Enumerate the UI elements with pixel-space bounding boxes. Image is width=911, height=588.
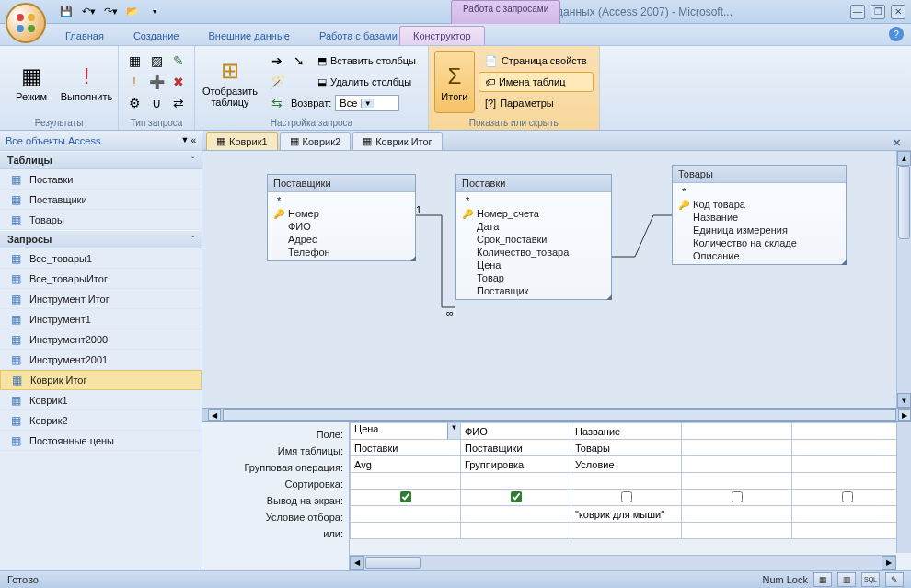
- scroll-right-icon[interactable]: ▶: [882, 556, 896, 570]
- grid-vscroll[interactable]: [896, 422, 911, 553]
- crosstab-query-icon[interactable]: ▨: [146, 51, 167, 71]
- undo-icon[interactable]: ↶▾: [79, 3, 98, 21]
- tab-design[interactable]: Конструктор: [399, 26, 485, 45]
- table-field[interactable]: Цена: [456, 259, 611, 271]
- grid-cell[interactable]: Товары: [571, 440, 682, 456]
- nav-item-query[interactable]: ▦Инструмент2000: [0, 329, 202, 350]
- grid-cell[interactable]: Поставщики: [461, 440, 571, 456]
- scroll-down-icon[interactable]: ▼: [897, 393, 911, 408]
- nav-item-query[interactable]: ▦Коврик2: [0, 410, 202, 431]
- grid-cell-field[interactable]: [792, 423, 903, 440]
- help-icon[interactable]: ?: [889, 27, 904, 41]
- open-icon[interactable]: 📂: [123, 3, 142, 21]
- nav-item-query[interactable]: ▦Инструмент2001: [0, 350, 202, 370]
- grid-cell[interactable]: [792, 490, 903, 506]
- minimize-button[interactable]: —: [850, 5, 865, 19]
- grid-cell[interactable]: [571, 523, 682, 539]
- parameters-button[interactable]: [?]Параметры: [479, 93, 594, 113]
- grid-cell-field[interactable]: Цена▼: [351, 423, 461, 440]
- sql-view-icon[interactable]: SQL: [861, 572, 880, 587]
- grid-cell[interactable]: [351, 523, 461, 539]
- show-checkbox[interactable]: [842, 491, 853, 502]
- grid-cell-field[interactable]: ФИО: [461, 423, 571, 440]
- table-names-button[interactable]: 🏷Имена таблиц: [479, 72, 594, 92]
- nav-item-table[interactable]: ▦Товары: [0, 210, 202, 230]
- table-field[interactable]: Количество_товара: [456, 246, 611, 259]
- grid-cell[interactable]: [461, 473, 571, 490]
- grid-cell[interactable]: [682, 490, 792, 506]
- view-mode-button[interactable]: ▦ Режим: [6, 51, 57, 113]
- grid-cell[interactable]: [682, 456, 792, 473]
- tab-external[interactable]: Внешние данные: [195, 26, 304, 45]
- nav-item-query[interactable]: ▦Инструмент1: [0, 309, 202, 329]
- table-field[interactable]: Количество на складе: [673, 236, 846, 249]
- grid-cell[interactable]: Группировка: [461, 456, 571, 473]
- pivot-view-icon[interactable]: ▥: [837, 572, 856, 587]
- nav-item-query[interactable]: ▦Коврик1: [0, 390, 202, 410]
- scroll-left-icon[interactable]: ◀: [350, 556, 364, 570]
- nav-item-table[interactable]: ▦Поставщики: [0, 190, 202, 210]
- show-checkbox[interactable]: [400, 491, 411, 502]
- show-checkbox[interactable]: [511, 491, 522, 502]
- table-field[interactable]: Адрес: [268, 233, 415, 246]
- grid-cell[interactable]: [571, 490, 682, 506]
- union-query-icon[interactable]: ∪: [146, 93, 167, 113]
- grid-cell[interactable]: [682, 523, 792, 539]
- office-button[interactable]: [6, 3, 46, 43]
- passthrough-icon[interactable]: ⇄: [168, 93, 189, 113]
- insert-rows-icon[interactable]: ➔: [267, 51, 287, 71]
- builder-icon[interactable]: 🪄: [267, 72, 287, 92]
- grid-cell[interactable]: [461, 523, 571, 539]
- nav-item-table[interactable]: ▦Поставки: [0, 169, 202, 190]
- chevron-down-icon[interactable]: ▼: [447, 423, 460, 439]
- grid-cell[interactable]: [792, 456, 903, 473]
- doc-tab[interactable]: ▦Коврик2: [280, 132, 352, 150]
- nav-item-query[interactable]: ▦Коврик Итог: [0, 370, 202, 390]
- table-goods[interactable]: Товары *🔑Код товараНазваниеЕдиница измер…: [672, 165, 847, 265]
- qat-menu-icon[interactable]: ▾: [145, 3, 164, 21]
- nav-item-query[interactable]: ▦Постоянные цены: [0, 431, 202, 451]
- hscroll-track[interactable]: [223, 409, 896, 421]
- scroll-up-icon[interactable]: ▲: [897, 151, 911, 166]
- grid-cell[interactable]: [682, 440, 792, 456]
- show-checkbox[interactable]: [621, 491, 632, 502]
- resize-handle[interactable]: [604, 292, 613, 301]
- update-query-icon[interactable]: !: [124, 72, 144, 92]
- grid-cell[interactable]: [792, 473, 903, 490]
- nav-header[interactable]: Все объекты Access ▼ «: [0, 131, 202, 151]
- data-def-icon[interactable]: ⚙: [124, 93, 144, 113]
- collapse-icon[interactable]: «: [190, 135, 196, 145]
- nav-item-query[interactable]: ▦Все_товарыИтог: [0, 269, 202, 289]
- nav-group-queries[interactable]: Запросыˇ: [0, 230, 202, 248]
- grid-cell[interactable]: [682, 473, 792, 490]
- insert-columns-button[interactable]: ⬒Вставить столбцы: [311, 51, 422, 71]
- run-button[interactable]: ! Выполнить: [61, 51, 112, 113]
- restore-button[interactable]: ❐: [871, 5, 885, 19]
- close-button[interactable]: ✕: [891, 5, 905, 19]
- table-field[interactable]: *: [456, 194, 611, 207]
- scroll-left-icon[interactable]: ◀: [208, 409, 221, 421]
- return-combo[interactable]: Все ▼: [335, 95, 399, 111]
- table-field[interactable]: 🔑Номер: [268, 207, 415, 220]
- chevron-down-icon[interactable]: ▼: [181, 135, 190, 145]
- grid-cell-field[interactable]: Название: [571, 423, 682, 440]
- table-field[interactable]: ФИО: [268, 220, 415, 233]
- grid-cell[interactable]: Условие: [571, 456, 682, 473]
- table-field[interactable]: Название: [673, 211, 846, 224]
- grid-cell[interactable]: [682, 506, 792, 523]
- table-field[interactable]: Телефон: [268, 246, 415, 259]
- delete-columns-button[interactable]: ⬓Удалить столбцы: [311, 72, 418, 92]
- resize-handle[interactable]: [838, 257, 848, 266]
- table-field[interactable]: 🔑Номер_счета: [456, 207, 611, 220]
- grid-columns[interactable]: Цена▼ФИОНазваниеПоставкиПоставщикиТовары…: [350, 422, 911, 570]
- grid-cell[interactable]: "коврик для мыши": [571, 506, 682, 523]
- table-field[interactable]: *: [673, 185, 846, 198]
- make-table-icon[interactable]: ✎: [168, 51, 189, 71]
- resize-handle[interactable]: [408, 253, 417, 262]
- table-field[interactable]: Дата: [456, 220, 611, 233]
- grid-cell[interactable]: [792, 523, 903, 539]
- nav-group-tables[interactable]: Таблицыˇ: [0, 151, 202, 169]
- table-field[interactable]: Единица измерения: [673, 224, 846, 236]
- show-table-button[interactable]: ⊞ Отобразить таблицу: [201, 51, 259, 113]
- close-tab-button[interactable]: ✕: [893, 137, 905, 150]
